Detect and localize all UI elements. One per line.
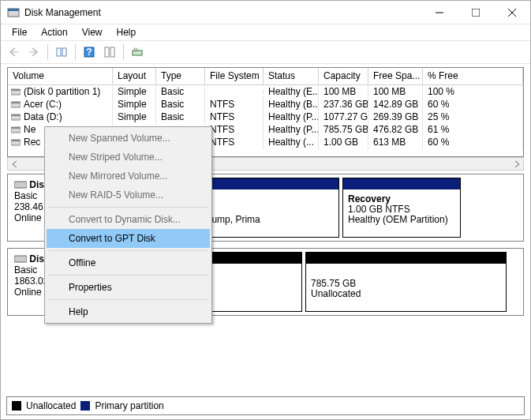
col-volume[interactable]: Volume bbox=[8, 68, 113, 84]
menu-help[interactable]: Help bbox=[110, 25, 143, 39]
menu-item: New Striped Volume... bbox=[47, 148, 210, 167]
cell-pct: 60 % bbox=[423, 134, 523, 150]
cell-capacity: 1.00 GB bbox=[319, 134, 368, 150]
scroll-left-icon[interactable] bbox=[8, 158, 21, 170]
forward-button[interactable] bbox=[24, 43, 43, 62]
svg-rect-21 bbox=[11, 127, 21, 129]
svg-rect-17 bbox=[11, 102, 21, 103]
svg-rect-12 bbox=[133, 51, 142, 55]
show-hide-button[interactable] bbox=[52, 43, 71, 62]
svg-rect-10 bbox=[105, 47, 109, 57]
cell-layout: Simple bbox=[113, 109, 156, 125]
col-filesystem[interactable]: File System bbox=[205, 68, 264, 84]
cell-type: Basic bbox=[156, 109, 205, 125]
menu-item: New Spanned Volume... bbox=[47, 129, 210, 148]
toolbar: ? bbox=[1, 40, 530, 64]
svg-rect-11 bbox=[110, 47, 114, 57]
col-capacity[interactable]: Capacity bbox=[319, 68, 368, 84]
volume-name: (Disk 0 partition 1) bbox=[24, 86, 100, 97]
col-status[interactable]: Status bbox=[264, 68, 319, 84]
legend-swatch-unallocated bbox=[12, 401, 21, 411]
col-layout[interactable]: Layout bbox=[113, 68, 156, 84]
cell-free: 613 MB bbox=[368, 134, 423, 150]
close-button[interactable] bbox=[494, 1, 530, 24]
partition-primary[interactable]: Recovery1.00 GB NTFSHealthy (OEM Partiti… bbox=[342, 178, 461, 238]
menu-item: Convert to Dynamic Disk... bbox=[47, 210, 210, 229]
menu-file[interactable]: File bbox=[6, 25, 33, 39]
menu-item[interactable]: Help bbox=[47, 302, 210, 321]
cell-fs: NTFS bbox=[205, 134, 264, 150]
menu-item: New RAID-5 Volume... bbox=[47, 186, 210, 204]
refresh-button[interactable] bbox=[128, 43, 147, 62]
col-pctfree[interactable]: % Free bbox=[423, 68, 523, 84]
cell-fs bbox=[205, 89, 264, 94]
volume-name: Rec bbox=[24, 137, 40, 148]
svg-rect-25 bbox=[14, 256, 27, 262]
volume-name: Ne bbox=[24, 124, 36, 135]
svg-rect-24 bbox=[14, 182, 27, 188]
menubar: File Action View Help bbox=[1, 24, 530, 40]
legend-unallocated: Unallocated bbox=[26, 400, 76, 411]
svg-rect-7 bbox=[62, 48, 66, 56]
svg-rect-1 bbox=[8, 9, 19, 11]
partition-unallocated[interactable]: 785.75 GBUnallocated bbox=[305, 252, 507, 312]
legend-primary: Primary partition bbox=[95, 400, 163, 411]
svg-rect-3 bbox=[472, 9, 480, 17]
help-button[interactable]: ? bbox=[80, 43, 99, 62]
svg-rect-23 bbox=[11, 140, 21, 141]
settings-button[interactable] bbox=[100, 43, 119, 62]
svg-rect-15 bbox=[11, 89, 21, 91]
svg-rect-19 bbox=[11, 114, 21, 116]
legend: Unallocated Primary partition bbox=[6, 396, 525, 415]
menu-view[interactable]: View bbox=[76, 25, 109, 39]
app-icon bbox=[7, 6, 20, 19]
window-title: Disk Management bbox=[24, 7, 421, 18]
menu-item[interactable]: Offline bbox=[47, 253, 210, 272]
titlebar: Disk Management bbox=[1, 1, 530, 24]
minimize-button[interactable] bbox=[421, 1, 458, 24]
cell-status: Healthy (... bbox=[264, 134, 319, 150]
context-menu[interactable]: New Spanned Volume...New Striped Volume.… bbox=[44, 126, 212, 324]
menu-item[interactable]: Properties bbox=[47, 278, 210, 297]
svg-rect-6 bbox=[57, 48, 61, 56]
menu-item[interactable]: Convert to GPT Disk bbox=[47, 229, 210, 248]
back-button[interactable] bbox=[4, 43, 23, 62]
svg-text:?: ? bbox=[86, 47, 92, 58]
col-free[interactable]: Free Spa... bbox=[368, 68, 423, 84]
volume-name: Acer (C:) bbox=[24, 99, 62, 110]
volume-header: Volume Layout Type File System Status Ca… bbox=[8, 68, 523, 85]
menu-action[interactable]: Action bbox=[35, 25, 73, 39]
col-type[interactable]: Type bbox=[156, 68, 205, 84]
maximize-button[interactable] bbox=[458, 1, 494, 24]
legend-swatch-primary bbox=[80, 401, 90, 411]
scroll-right-icon[interactable] bbox=[510, 158, 523, 170]
volume-name: Data (D:) bbox=[24, 111, 62, 122]
menu-item: New Mirrored Volume... bbox=[47, 167, 210, 186]
